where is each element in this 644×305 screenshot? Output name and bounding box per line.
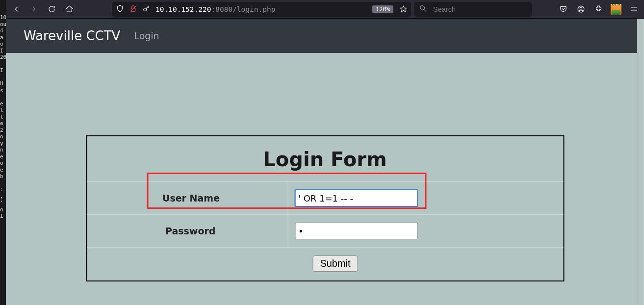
url-text: 10.10.152.220:8080/login.php [155, 5, 367, 13]
page-body: Login Form User Name Password Submit [6, 53, 644, 305]
login-form-container: Login Form User Name Password Submit [86, 135, 564, 281]
forward-button[interactable] [26, 2, 41, 17]
username-input[interactable] [295, 190, 417, 206]
username-row: User Name [87, 182, 563, 215]
search-input[interactable] [432, 5, 527, 14]
shield-icon[interactable] [116, 4, 124, 14]
zoom-badge[interactable]: 120% [372, 5, 393, 13]
svg-point-6 [580, 7, 582, 9]
password-input[interactable] [295, 223, 417, 239]
home-button[interactable] [62, 2, 77, 17]
search-bar[interactable] [414, 2, 532, 17]
browser-toolbar: 10.10.152.220:8080/login.php 120% [6, 0, 644, 19]
nav-login-link[interactable]: Login [134, 30, 159, 41]
svg-line-4 [424, 9, 426, 11]
reload-button[interactable] [44, 2, 59, 17]
pocket-icon[interactable] [556, 2, 570, 17]
url-bar[interactable]: 10.10.152.220:8080/login.php 120% [112, 2, 411, 17]
burp-suite-icon[interactable] [609, 2, 623, 17]
insecure-lock-icon[interactable] [129, 4, 137, 14]
back-button[interactable] [9, 2, 24, 17]
app-navbar: Wareville CCTV Login [6, 19, 644, 53]
search-icon [419, 4, 427, 14]
account-icon[interactable] [573, 2, 588, 17]
vertical-scrollbar[interactable] [637, 19, 644, 305]
submit-button[interactable]: Submit [312, 255, 358, 272]
password-row: Password [87, 215, 563, 248]
password-label: Password [87, 215, 288, 247]
key-icon[interactable] [142, 4, 151, 14]
hamburger-menu-icon[interactable] [626, 2, 641, 17]
terminal-sliver: is 10 ou 4 a o I 20 I U s e l t e 2 o y … [0, 0, 6, 305]
username-label: User Name [87, 182, 288, 214]
brand-title[interactable]: Wareville CCTV [24, 28, 120, 43]
bookmark-star-icon[interactable] [397, 3, 409, 15]
browser-window: 10.10.152.220:8080/login.php 120% [6, 0, 644, 305]
form-title: Login Form [87, 148, 563, 171]
extensions-icon[interactable] [591, 2, 606, 17]
